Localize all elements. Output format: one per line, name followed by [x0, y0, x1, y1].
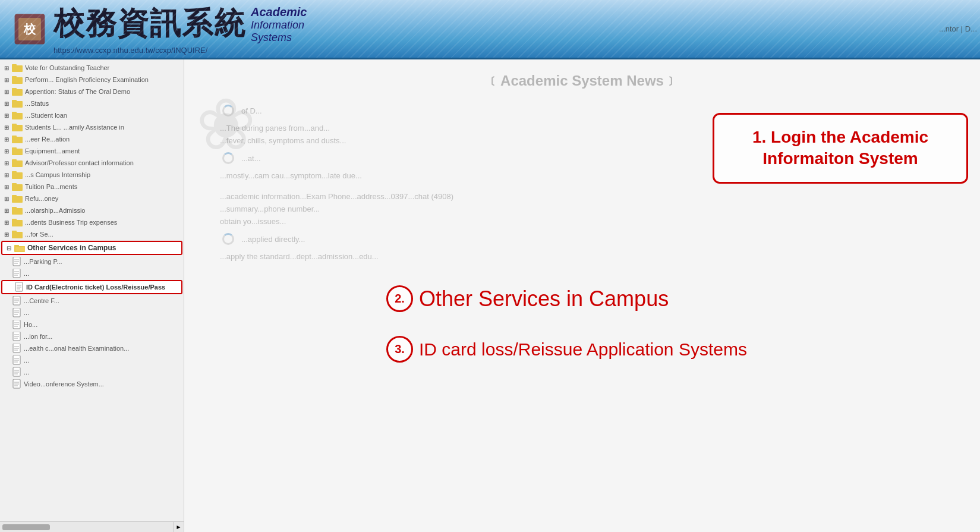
folder-icon: [12, 194, 23, 203]
doc-icon: [12, 379, 21, 389]
bg-line-10: ...apply the standard...dept...admission…: [220, 252, 944, 261]
sidebar-content[interactable]: ⊞ Vote for Outstanding Teacher ⊞ Perform…: [0, 59, 184, 521]
header-english-line2: Information: [251, 19, 307, 32]
sidebar-child-parking[interactable]: ...Parking P...: [0, 256, 184, 267]
expand-icon[interactable]: ⊞: [2, 206, 11, 215]
annotation-step3-text: ID card loss/Reissue Application Systems: [419, 339, 747, 360]
header-title-english-block: Academic Information Systems: [251, 5, 307, 44]
header-right-hint: ...ntor | D...: [939, 0, 980, 58]
sidebar-item-tuition[interactable]: ⊞ Tuition Pa...ments: [0, 181, 184, 193]
scrollbar-thumb[interactable]: [2, 524, 50, 530]
sidebar-child-label: ...: [24, 369, 29, 376]
folder-icon: [12, 87, 23, 96]
sidebar-item-label: ...Student loan: [25, 112, 67, 119]
sidebar-item-label: ...olarship...Admissio: [25, 207, 85, 214]
scroll-right-button[interactable]: ►: [173, 522, 184, 532]
svg-rect-35: [15, 247, 25, 251]
expand-icon[interactable]: ⊞: [2, 147, 11, 155]
sidebar-item-internship[interactable]: ⊞ ...s Campus Internship: [0, 169, 184, 181]
sidebar-item-label: Equipment...ament: [25, 147, 80, 155]
svg-rect-12: [12, 112, 17, 114]
svg-rect-18: [12, 147, 17, 150]
main-layout: ⊞ Vote for Outstanding Teacher ⊞ Perform…: [0, 59, 980, 532]
expand-icon[interactable]: ⊟: [5, 244, 13, 252]
folder-icon: [12, 122, 23, 132]
expand-icon[interactable]: ⊞: [2, 182, 11, 191]
svg-rect-8: [12, 88, 17, 90]
folder-icon: [12, 206, 23, 215]
spinner-icon-3: [222, 233, 234, 245]
sidebar-child-ion[interactable]: ...ion for...: [0, 330, 184, 342]
doc-icon: [12, 257, 21, 266]
sidebar-item-students-loan[interactable]: ⊞ Students L... ...amily Assistance in: [0, 121, 184, 133]
folder-icon: [12, 146, 23, 156]
sidebar-child-label: ...: [24, 309, 29, 316]
expand-icon[interactable]: ⊞: [2, 218, 11, 226]
sidebar-child-ho[interactable]: Ho...: [0, 319, 184, 330]
bg-line-8: obtain yo...issues...: [220, 217, 944, 226]
university-logo-icon: 校: [12, 11, 48, 47]
sidebar-item-application[interactable]: ⊞ Appention: Status of The Oral Demo: [0, 86, 184, 97]
expand-icon[interactable]: ⊞: [2, 230, 11, 238]
sidebar-item-label: Students L... ...amily Assistance in: [25, 124, 124, 131]
expand-icon[interactable]: ⊞: [2, 135, 11, 143]
sidebar-item-equipment[interactable]: ⊞ Equipment...ament: [0, 145, 184, 157]
expand-icon[interactable]: ⊞: [2, 87, 11, 96]
sidebar-item-perform[interactable]: ⊞ Perform... English Proficiency Examina…: [0, 74, 184, 86]
header-english-line3: Systems: [251, 32, 307, 44]
sidebar-item-other-services[interactable]: ⊟ Other Services in Campus: [1, 241, 182, 255]
sidebar-item-expenses[interactable]: ⊞ ...dents Business Trip expenses: [0, 216, 184, 228]
sidebar-item-status[interactable]: ⊞ ...Status: [0, 97, 184, 109]
annotation-step2-circle: 2.: [386, 285, 413, 312]
sidebar-item-refund[interactable]: ⊞ Refu...oney: [0, 193, 184, 204]
sidebar-item-vote[interactable]: ⊞ Vote for Outstanding Teacher: [0, 62, 184, 74]
doc-icon: [12, 332, 21, 341]
sidebar-child-4[interactable]: ...: [0, 307, 184, 319]
folder-icon: [12, 63, 23, 73]
expand-icon[interactable]: ⊞: [2, 75, 11, 84]
bg-line-1: of D...: [241, 106, 262, 115]
folder-icon: [12, 229, 23, 239]
svg-rect-10: [12, 100, 17, 102]
sidebar-item-label: Vote for Outstanding Teacher: [25, 64, 109, 71]
svg-text:校: 校: [23, 22, 36, 35]
sidebar-child-centre[interactable]: ...Centre F...: [0, 295, 184, 307]
sidebar-item-label: Advisor/Professor contact information: [25, 159, 134, 166]
expand-icon[interactable]: ⊞: [2, 111, 11, 119]
doc-icon: [12, 308, 21, 317]
sidebar-child-video[interactable]: Video...onference System...: [0, 378, 184, 390]
header-title-chinese: 校務資訊系統: [53, 3, 246, 45]
loading-row-3: ...applied directly...: [220, 231, 944, 247]
sidebar-child-8[interactable]: ...: [0, 354, 184, 366]
sidebar-child-9[interactable]: ...: [0, 366, 184, 378]
sidebar-child-id-card-label: ID Card(Electronic ticket) Loss/Reissue/…: [26, 284, 165, 291]
sidebar-item-advisor[interactable]: ⊞ Advisor/Professor contact information: [0, 157, 184, 169]
expand-icon[interactable]: ⊞: [2, 159, 11, 167]
expand-icon[interactable]: ⊞: [2, 171, 11, 179]
sidebar-item-recreation[interactable]: ⊞ ...eer Re...ation: [0, 133, 184, 145]
sidebar-item-label: ...Status: [25, 100, 49, 107]
sidebar-item-student-loan[interactable]: ⊞ ...Student loan: [0, 109, 184, 121]
sidebar-item-for-se[interactable]: ⊞ ...for Se...: [0, 228, 184, 240]
sidebar-child-id-card[interactable]: ID Card(Electronic ticket) Loss/Reissue/…: [1, 280, 182, 294]
sidebar-item-label: Perform... English Proficiency Examinati…: [25, 76, 149, 83]
svg-rect-30: [12, 219, 17, 221]
expand-icon[interactable]: ⊞: [2, 194, 11, 203]
header-title-area: 校務資訊系統 Academic Information Systems http…: [53, 3, 307, 55]
annotation-step2-text: Other Services in Campus: [419, 287, 669, 311]
expand-icon[interactable]: ⊞: [2, 99, 11, 108]
sidebar-child-label: ...: [24, 357, 29, 364]
sidebar-item-label: Appention: Status of The Oral Demo: [25, 88, 130, 95]
sidebar-child-label: ...Centre F...: [24, 297, 59, 304]
folder-icon: [12, 99, 23, 108]
sidebar-horizontal-scrollbar[interactable]: ►: [0, 521, 184, 532]
sidebar-child-label: ...: [24, 270, 29, 277]
svg-rect-4: [12, 64, 17, 67]
sidebar-item-scholarship[interactable]: ⊞ ...olarship...Admissio: [0, 204, 184, 216]
sidebar-child-2[interactable]: ...: [0, 267, 184, 279]
expand-icon[interactable]: ⊞: [2, 64, 11, 72]
sidebar-child-health[interactable]: ...ealth c...onal health Examination...: [0, 342, 184, 354]
bg-content-title: ﹝Academic System News﹞: [196, 71, 968, 90]
sidebar-child-label: ...ealth c...onal health Examination...: [24, 345, 129, 352]
expand-icon[interactable]: ⊞: [2, 123, 11, 131]
